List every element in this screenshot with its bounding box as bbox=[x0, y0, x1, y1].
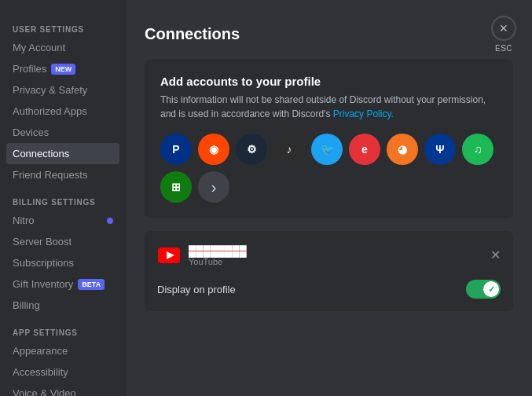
sidebar-dot-nitro bbox=[107, 218, 113, 224]
toggle-knob: ✓ bbox=[483, 281, 499, 297]
connected-info: ████████ YouTube bbox=[157, 244, 247, 267]
page-title: Connections bbox=[145, 25, 513, 43]
service-icon-tiktok[interactable]: ♪ bbox=[273, 134, 305, 165]
connected-name-wrap: ████████ YouTube bbox=[189, 245, 247, 266]
sidebar-item-privacy-safety[interactable]: Privacy & Safety bbox=[6, 79, 119, 101]
service-icon-spotify[interactable]: ♫ bbox=[462, 134, 493, 165]
sidebar-item-billing[interactable]: Billing bbox=[6, 295, 119, 316]
sidebar-item-label: Accessibility bbox=[13, 366, 68, 378]
esc-label: ESC bbox=[495, 44, 512, 53]
sidebar-item-nitro[interactable]: Nitro bbox=[6, 210, 119, 231]
sidebar-item-my-account[interactable]: My Account bbox=[6, 37, 119, 58]
sidebar-item-label: Gift Inventory bbox=[13, 278, 73, 290]
sidebar-item-appearance[interactable]: Appearance bbox=[6, 340, 119, 361]
youtube-icon bbox=[157, 244, 181, 267]
toggle-check-icon: ✓ bbox=[488, 284, 495, 295]
toggle-row: Display on profile ✓ bbox=[157, 277, 501, 299]
sidebar-item-authorized-apps[interactable]: Authorized Apps bbox=[6, 101, 119, 122]
sidebar-item-label: Authorized Apps bbox=[13, 105, 87, 117]
connected-header: ████████ YouTube ✕ bbox=[157, 244, 501, 267]
sidebar-item-label: Friend Requests bbox=[13, 169, 87, 181]
connected-account-card: ████████ YouTube ✕ Display on profile ✓ bbox=[145, 231, 513, 311]
sidebar-section-label: BILLING SETTINGS bbox=[6, 192, 119, 210]
remove-connection-button[interactable]: ✕ bbox=[490, 249, 501, 262]
sidebar-item-label: Billing bbox=[13, 299, 40, 311]
sidebar-item-devices[interactable]: Devices bbox=[6, 122, 119, 143]
sidebar-item-accessibility[interactable]: Accessibility bbox=[6, 361, 119, 383]
more-services-button[interactable]: › bbox=[198, 171, 229, 203]
connected-username: ████████ bbox=[189, 245, 247, 257]
connected-service: YouTube bbox=[189, 257, 247, 266]
sidebar-item-connections[interactable]: Connections bbox=[6, 143, 119, 164]
sidebar-item-label: Subscriptions bbox=[13, 257, 74, 269]
sidebar-section-label: USER SETTINGS bbox=[6, 19, 119, 37]
sidebar-item-label: Voice & Video bbox=[13, 387, 76, 396]
sidebar-item-subscriptions[interactable]: Subscriptions bbox=[6, 252, 119, 273]
display-on-profile-label: Display on profile bbox=[157, 284, 236, 295]
service-icon-reddit[interactable]: ◉ bbox=[198, 134, 229, 165]
sidebar-item-label: Connections bbox=[13, 148, 69, 160]
add-accounts-title: Add accounts to your profile bbox=[160, 75, 497, 88]
privacy-policy-link[interactable]: Privacy Policy. bbox=[333, 108, 394, 119]
sidebar-badge-profiles: NEW bbox=[51, 64, 75, 75]
service-icon-xbox[interactable]: ⊞ bbox=[160, 171, 192, 203]
sidebar-item-gift-inventory[interactable]: Gift InventoryBETA bbox=[6, 273, 119, 295]
sidebar-item-label: Appearance bbox=[13, 345, 68, 357]
sidebar-item-voice-video[interactable]: Voice & Video bbox=[6, 383, 119, 396]
service-icon-steam[interactable]: ⚙ bbox=[236, 134, 267, 165]
service-icon-playstation[interactable]: Ψ bbox=[424, 134, 456, 165]
service-icon-twitter[interactable]: 🐦 bbox=[311, 134, 343, 165]
sidebar-section-label: APP SETTINGS bbox=[6, 322, 119, 340]
add-accounts-desc-text: This information will not be shared outs… bbox=[160, 94, 486, 119]
sidebar-item-label: Devices bbox=[13, 126, 49, 138]
sidebar-item-label: My Account bbox=[13, 42, 65, 53]
sidebar-item-friend-requests[interactable]: Friend Requests bbox=[6, 164, 119, 185]
sidebar-item-label: Nitro bbox=[13, 214, 34, 226]
sidebar: USER SETTINGSMy AccountProfilesNEWPrivac… bbox=[0, 0, 126, 396]
add-accounts-desc: This information will not be shared outs… bbox=[160, 93, 497, 121]
service-icon-crunchyroll[interactable]: ◕ bbox=[387, 134, 418, 165]
service-icon-ebay[interactable]: e bbox=[349, 134, 380, 165]
service-icon-paypal[interactable]: P bbox=[160, 134, 192, 165]
services-grid: P◉⚙♪🐦e◕Ψ♫⊞› bbox=[160, 134, 497, 203]
sidebar-item-profiles[interactable]: ProfilesNEW bbox=[6, 58, 119, 79]
display-on-profile-toggle[interactable]: ✓ bbox=[466, 280, 501, 299]
sidebar-item-label: Privacy & Safety bbox=[13, 84, 87, 96]
sidebar-badge-gift-inventory: BETA bbox=[78, 279, 105, 290]
esc-button[interactable]: ✕ ESC bbox=[491, 16, 516, 53]
sidebar-item-label: Profiles bbox=[13, 63, 46, 75]
main-content: Connections ✕ ESC Add accounts to your p… bbox=[126, 0, 532, 396]
sidebar-item-label: Server Boost bbox=[13, 236, 72, 248]
sidebar-item-server-boost[interactable]: Server Boost bbox=[6, 231, 119, 252]
esc-circle[interactable]: ✕ bbox=[491, 16, 516, 41]
add-accounts-card: Add accounts to your profile This inform… bbox=[145, 59, 513, 218]
